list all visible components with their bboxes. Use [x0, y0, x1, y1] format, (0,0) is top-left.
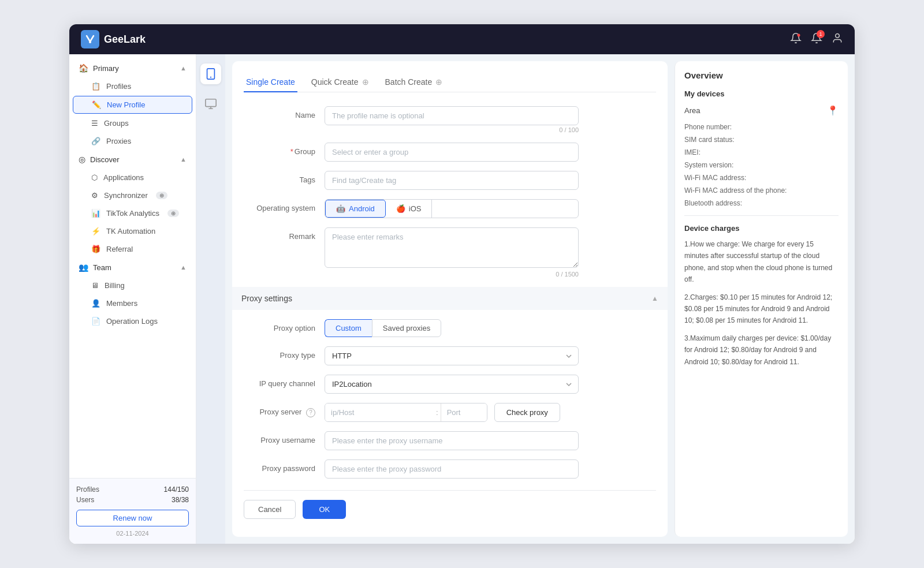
ios-button[interactable]: 🍎 iOS	[386, 200, 433, 218]
members-icon: 👤	[91, 299, 100, 308]
proxies-label: Proxies	[106, 137, 131, 145]
tab-batch-create[interactable]: Batch Create ⊕	[383, 73, 445, 92]
main-layout: 🏠 Primary ▲ 📋 Profiles ✏️ New Profile ☰ …	[69, 54, 855, 544]
name-label: Name	[244, 106, 325, 119]
port-input[interactable]	[441, 403, 487, 421]
group-input[interactable]	[325, 143, 579, 162]
ip-query-select[interactable]: IP2Location ipapi ipinfo	[325, 375, 579, 394]
user-icon[interactable]	[832, 32, 843, 47]
proxy-server-label: Proxy server ?	[244, 403, 325, 417]
custom-proxy-button[interactable]: Custom	[325, 319, 372, 337]
automation-label: TK Automation	[106, 227, 155, 236]
proxy-option-label: Proxy option	[244, 319, 325, 332]
remark-control: 0 / 1500	[325, 227, 579, 278]
proxy-password-control	[325, 459, 579, 479]
sidebar-item-tiktok[interactable]: 📊 TikTok Analytics ⊕	[73, 205, 192, 222]
sidebar-item-applications[interactable]: ⬡ Applications	[73, 169, 192, 186]
proxy-username-label: Proxy username	[244, 431, 325, 444]
svg-point-2	[836, 33, 840, 38]
sidebar-item-referral[interactable]: 🎁 Referral	[73, 241, 192, 257]
discover-chevron: ▲	[180, 156, 187, 163]
notification-badge: 1	[817, 30, 825, 38]
cancel-button[interactable]: Cancel	[244, 500, 296, 519]
ok-button[interactable]: OK	[303, 500, 346, 519]
sidebar-item-synchronizer[interactable]: ⚙ Synchronizer ⊕	[73, 187, 192, 204]
android-button[interactable]: 🤖 Android	[325, 200, 386, 218]
referral-label: Referral	[106, 245, 133, 253]
profiles-footer-count: 144/150	[164, 485, 189, 494]
name-control: 0 / 100	[325, 106, 579, 133]
tab-quick-create[interactable]: Quick Create ⊕	[309, 73, 371, 92]
mobile-device-icon[interactable]	[200, 63, 221, 84]
proxy-type-row: Proxy type HTTP HTTPS SOCKS5 SOCKS4	[244, 346, 656, 365]
system-version-key: System version:	[684, 161, 748, 169]
svg-rect-5	[206, 99, 216, 107]
location-icon[interactable]: 📍	[827, 105, 839, 116]
proxy-section-header[interactable]: Proxy settings ▲	[232, 287, 668, 310]
proxy-server-row-inner: : Check proxy	[325, 403, 560, 422]
sidebar-item-billing[interactable]: 🖥 Billing	[73, 277, 192, 294]
expiry-date: 02-11-2024	[76, 530, 189, 537]
remark-input[interactable]	[325, 227, 579, 268]
quick-create-icon: ⊕	[362, 77, 369, 87]
sidebar-team-header[interactable]: 👥 Team ▲	[69, 258, 196, 276]
profiles-label: Profiles	[106, 82, 131, 91]
wifi-mac-row: Wi-Fi MAC address:	[684, 174, 839, 182]
proxy-option-group: Custom Saved proxies	[325, 319, 579, 337]
groups-label: Groups	[104, 119, 129, 128]
applications-icon: ⬡	[91, 173, 98, 182]
proxy-type-select[interactable]: HTTP HTTPS SOCKS5 SOCKS4	[325, 346, 579, 365]
sidebar-item-groups[interactable]: ☰ Groups	[73, 115, 192, 132]
proxy-server-row: Proxy server ? : Check proxy	[244, 403, 656, 422]
batch-create-icon: ⊕	[435, 77, 442, 87]
proxy-username-input[interactable]	[325, 431, 579, 450]
svg-point-0	[89, 41, 91, 43]
sidebar-primary-header[interactable]: 🏠 Primary ▲	[69, 59, 196, 77]
notification-icon[interactable]: 1	[811, 32, 822, 47]
system-version-row: System version:	[684, 161, 839, 169]
tags-input[interactable]	[325, 171, 579, 190]
check-proxy-button[interactable]: Check proxy	[494, 403, 560, 422]
sidebar-item-new-profile[interactable]: ✏️ New Profile	[73, 96, 192, 114]
name-input[interactable]	[325, 106, 579, 125]
renew-button[interactable]: Renew now	[76, 510, 189, 526]
proxies-icon: 🔗	[91, 137, 100, 145]
users-footer-label: Users	[76, 496, 94, 504]
members-label: Members	[106, 299, 137, 308]
tab-single-create[interactable]: Single Create	[244, 73, 297, 92]
ip-input[interactable]	[325, 403, 434, 421]
tags-label: Tags	[244, 171, 325, 184]
sidebar-item-operation-logs[interactable]: 📄 Operation Logs	[73, 313, 192, 330]
proxy-password-input[interactable]	[325, 459, 579, 479]
tiktok-icon: 📊	[91, 209, 100, 218]
sidebar-discover-header[interactable]: ◎ Discover ▲	[69, 150, 196, 169]
referral-icon: 🎁	[91, 245, 100, 253]
sidebar-item-proxies[interactable]: 🔗 Proxies	[73, 133, 192, 150]
area-label: Area	[684, 106, 700, 115]
content-area: Single Create Quick Create ⊕ Batch Creat…	[196, 54, 855, 544]
desktop-device-icon[interactable]	[200, 94, 221, 114]
bluetooth-row: Bluetooth address:	[684, 199, 839, 207]
wifi-mac-phone-row: Wi-Fi MAC address of the phone:	[684, 186, 839, 195]
logo-icon	[81, 30, 99, 48]
logs-icon: 📄	[91, 317, 100, 326]
billing-label: Billing	[105, 281, 125, 290]
overview-title: Overview	[684, 70, 839, 80]
primary-chevron: ▲	[180, 65, 187, 72]
sidebar-item-members[interactable]: 👤 Members	[73, 295, 192, 312]
alert-icon[interactable]	[790, 32, 802, 47]
proxy-option-row: Proxy option Custom Saved proxies	[244, 319, 656, 337]
sidebar-item-automation[interactable]: ⚡ TK Automation	[73, 223, 192, 240]
form-panel: Single Create Quick Create ⊕ Batch Creat…	[232, 61, 668, 537]
proxy-server-inputs: :	[325, 403, 487, 422]
saved-proxies-button[interactable]: Saved proxies	[372, 319, 441, 337]
proxy-server-help-icon[interactable]: ?	[306, 408, 315, 417]
top-bar-icons: 1	[790, 32, 843, 47]
discover-icon: ◎	[79, 155, 85, 164]
remark-char-count: 0 / 1500	[325, 271, 579, 278]
os-control: 🤖 Android 🍎 iOS	[325, 199, 579, 218]
separator: :	[434, 408, 441, 417]
profiles-footer-label: Profiles	[76, 485, 99, 494]
sidebar-item-profiles[interactable]: 📋 Profiles	[73, 78, 192, 95]
ip-query-row: IP query channel IP2Location ipapi ipinf…	[244, 375, 656, 394]
